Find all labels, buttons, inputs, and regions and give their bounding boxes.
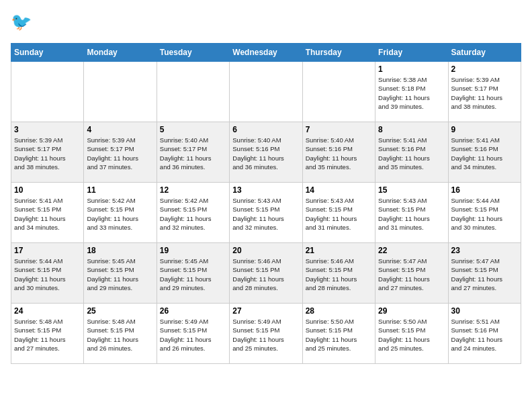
day-info: Sunrise: 5:42 AMSunset: 5:15 PMDaylight:…: [87, 196, 153, 232]
calendar-cell: 26Sunrise: 5:49 AMSunset: 5:15 PMDayligh…: [157, 304, 229, 364]
day-info: Sunrise: 5:39 AMSunset: 5:17 PMDaylight:…: [87, 136, 153, 171]
calendar-cell: 25Sunrise: 5:48 AMSunset: 5:15 PMDayligh…: [84, 304, 157, 364]
calendar-cell: [157, 62, 229, 122]
calendar-week-2: 3Sunrise: 5:39 AMSunset: 5:17 PMDaylight…: [11, 122, 521, 183]
calendar-cell: 18Sunrise: 5:45 AMSunset: 5:15 PMDayligh…: [84, 243, 157, 304]
calendar-cell: [84, 62, 157, 122]
day-info: Sunrise: 5:50 AMSunset: 5:15 PMDaylight:…: [378, 317, 445, 353]
calendar-table: SundayMondayTuesdayWednesdayThursdayFrid…: [11, 43, 521, 364]
calendar-cell: 11Sunrise: 5:42 AMSunset: 5:15 PMDayligh…: [84, 183, 157, 243]
day-info: Sunrise: 5:40 AMSunset: 5:16 PMDaylight:…: [306, 136, 372, 171]
weekday-header-wednesday: Wednesday: [230, 44, 302, 62]
calendar-week-5: 24Sunrise: 5:48 AMSunset: 5:15 PMDayligh…: [11, 304, 521, 364]
day-info: Sunrise: 5:48 AMSunset: 5:15 PMDaylight:…: [14, 317, 81, 353]
day-info: Sunrise: 5:39 AMSunset: 5:17 PMDaylight:…: [451, 75, 518, 111]
day-info: Sunrise: 5:49 AMSunset: 5:15 PMDaylight:…: [232, 317, 299, 353]
day-number: 13: [232, 185, 299, 195]
svg-text:🐦: 🐦: [11, 11, 32, 32]
calendar-week-1: 1Sunrise: 5:38 AMSunset: 5:18 PMDaylight…: [11, 62, 521, 122]
day-number: 18: [87, 246, 153, 255]
calendar-cell: 21Sunrise: 5:46 AMSunset: 5:15 PMDayligh…: [302, 243, 375, 304]
day-info: Sunrise: 5:51 AMSunset: 5:16 PMDaylight:…: [451, 317, 518, 353]
calendar-cell: 14Sunrise: 5:43 AMSunset: 5:15 PMDayligh…: [302, 183, 375, 243]
day-number: 15: [378, 185, 445, 195]
day-info: Sunrise: 5:39 AMSunset: 5:17 PMDaylight:…: [14, 136, 81, 171]
calendar-cell: 5Sunrise: 5:40 AMSunset: 5:17 PMDaylight…: [157, 122, 229, 183]
day-number: 22: [378, 246, 445, 255]
calendar-cell: 1Sunrise: 5:38 AMSunset: 5:18 PMDaylight…: [375, 62, 448, 122]
day-number: 9: [451, 125, 518, 134]
day-info: Sunrise: 5:46 AMSunset: 5:15 PMDaylight:…: [232, 257, 299, 292]
calendar-cell: 3Sunrise: 5:39 AMSunset: 5:17 PMDaylight…: [11, 122, 84, 183]
calendar-week-4: 17Sunrise: 5:44 AMSunset: 5:15 PMDayligh…: [11, 243, 521, 304]
day-number: 23: [451, 246, 518, 255]
calendar-cell: 22Sunrise: 5:47 AMSunset: 5:15 PMDayligh…: [375, 243, 448, 304]
day-number: 7: [306, 125, 372, 134]
calendar-cell: [302, 62, 375, 122]
calendar-cell: 2Sunrise: 5:39 AMSunset: 5:17 PMDaylight…: [448, 62, 521, 122]
weekday-header-tuesday: Tuesday: [157, 44, 229, 62]
day-info: Sunrise: 5:43 AMSunset: 5:15 PMDaylight:…: [306, 196, 372, 232]
calendar-cell: [11, 62, 84, 122]
day-info: Sunrise: 5:49 AMSunset: 5:15 PMDaylight:…: [160, 317, 226, 353]
day-info: Sunrise: 5:45 AMSunset: 5:15 PMDaylight:…: [160, 257, 226, 292]
day-number: 26: [160, 306, 226, 316]
day-info: Sunrise: 5:43 AMSunset: 5:15 PMDaylight:…: [378, 196, 445, 232]
day-info: Sunrise: 5:47 AMSunset: 5:15 PMDaylight:…: [451, 257, 518, 292]
day-info: Sunrise: 5:46 AMSunset: 5:15 PMDaylight:…: [306, 257, 372, 292]
day-info: Sunrise: 5:41 AMSunset: 5:15 PMDaylight:…: [14, 196, 81, 232]
day-info: Sunrise: 5:50 AMSunset: 5:15 PMDaylight:…: [306, 317, 372, 353]
calendar-cell: 6Sunrise: 5:40 AMSunset: 5:16 PMDaylight…: [230, 122, 302, 183]
weekday-header-friday: Friday: [375, 44, 448, 62]
calendar-cell: 10Sunrise: 5:41 AMSunset: 5:15 PMDayligh…: [11, 183, 84, 243]
day-number: 5: [160, 125, 226, 134]
calendar-cell: 12Sunrise: 5:42 AMSunset: 5:15 PMDayligh…: [157, 183, 229, 243]
calendar-cell: 8Sunrise: 5:41 AMSunset: 5:16 PMDaylight…: [375, 122, 448, 183]
day-number: 2: [451, 64, 518, 74]
calendar-cell: 29Sunrise: 5:50 AMSunset: 5:15 PMDayligh…: [375, 304, 448, 364]
day-number: 17: [14, 246, 81, 255]
calendar-cell: 16Sunrise: 5:44 AMSunset: 5:15 PMDayligh…: [448, 183, 521, 243]
day-info: Sunrise: 5:40 AMSunset: 5:16 PMDaylight:…: [232, 136, 299, 171]
day-number: 10: [14, 185, 81, 195]
calendar-cell: 15Sunrise: 5:43 AMSunset: 5:15 PMDayligh…: [375, 183, 448, 243]
day-info: Sunrise: 5:47 AMSunset: 5:15 PMDaylight:…: [378, 257, 445, 292]
day-number: 12: [160, 185, 226, 195]
calendar-cell: 28Sunrise: 5:50 AMSunset: 5:15 PMDayligh…: [302, 304, 375, 364]
day-number: 19: [160, 246, 226, 255]
day-number: 29: [378, 306, 445, 316]
calendar-cell: 7Sunrise: 5:40 AMSunset: 5:16 PMDaylight…: [302, 122, 375, 183]
day-info: Sunrise: 5:42 AMSunset: 5:15 PMDaylight:…: [160, 196, 226, 232]
calendar-cell: 13Sunrise: 5:43 AMSunset: 5:15 PMDayligh…: [230, 183, 302, 243]
day-number: 4: [87, 125, 153, 134]
day-number: 20: [232, 246, 299, 255]
calendar-cell: [230, 62, 302, 122]
day-number: 27: [232, 306, 299, 316]
calendar-cell: 23Sunrise: 5:47 AMSunset: 5:15 PMDayligh…: [448, 243, 521, 304]
calendar-cell: 9Sunrise: 5:41 AMSunset: 5:16 PMDaylight…: [448, 122, 521, 183]
day-number: 8: [378, 125, 445, 134]
logo-icon: 🐦: [11, 11, 35, 35]
weekday-header-sunday: Sunday: [11, 44, 84, 62]
day-number: 21: [306, 246, 372, 255]
day-info: Sunrise: 5:43 AMSunset: 5:15 PMDaylight:…: [232, 196, 299, 232]
day-info: Sunrise: 5:41 AMSunset: 5:16 PMDaylight:…: [451, 136, 518, 171]
calendar-cell: 24Sunrise: 5:48 AMSunset: 5:15 PMDayligh…: [11, 304, 84, 364]
calendar-cell: 20Sunrise: 5:46 AMSunset: 5:15 PMDayligh…: [230, 243, 302, 304]
weekday-header-saturday: Saturday: [448, 44, 521, 62]
day-info: Sunrise: 5:40 AMSunset: 5:17 PMDaylight:…: [160, 136, 226, 171]
calendar-cell: 17Sunrise: 5:44 AMSunset: 5:15 PMDayligh…: [11, 243, 84, 304]
day-info: Sunrise: 5:45 AMSunset: 5:15 PMDaylight:…: [87, 257, 153, 292]
weekday-header-monday: Monday: [84, 44, 157, 62]
day-number: 16: [451, 185, 518, 195]
day-info: Sunrise: 5:38 AMSunset: 5:18 PMDaylight:…: [378, 75, 445, 111]
day-info: Sunrise: 5:48 AMSunset: 5:15 PMDaylight:…: [87, 317, 153, 353]
day-number: 30: [451, 306, 518, 316]
day-info: Sunrise: 5:41 AMSunset: 5:16 PMDaylight:…: [378, 136, 445, 171]
calendar-cell: 4Sunrise: 5:39 AMSunset: 5:17 PMDaylight…: [84, 122, 157, 183]
day-number: 25: [87, 306, 153, 316]
day-number: 14: [306, 185, 372, 195]
day-number: 24: [14, 306, 81, 316]
page-header: 🐦: [11, 11, 521, 35]
calendar-week-3: 10Sunrise: 5:41 AMSunset: 5:15 PMDayligh…: [11, 183, 521, 243]
